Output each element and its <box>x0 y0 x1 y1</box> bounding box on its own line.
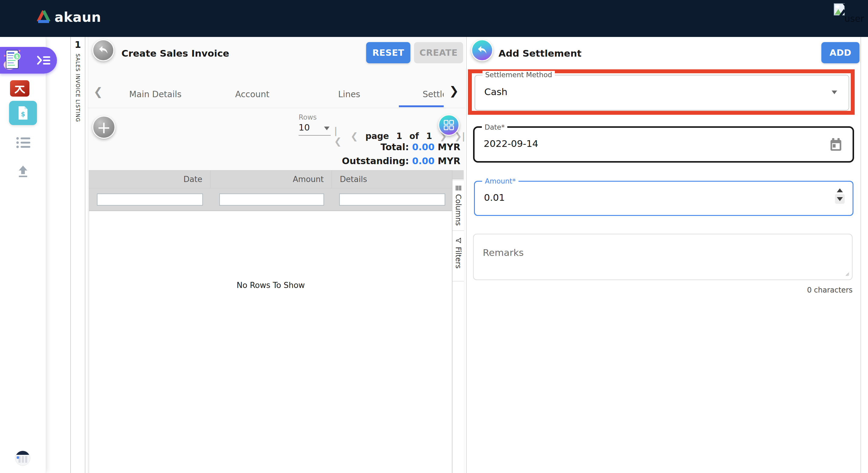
left-sidebar: $ $ <box>0 37 46 473</box>
sidebar-item-upload[interactable] <box>17 165 30 179</box>
amount-input[interactable] <box>484 192 787 203</box>
character-count: 0 characters <box>807 286 852 294</box>
filters-tool-tab[interactable]: Filters <box>453 232 464 281</box>
outstanding-value: 0.00 <box>412 156 435 166</box>
upload-icon <box>17 165 30 178</box>
top-navbar: akaun user <box>0 0 868 37</box>
active-tab-underline <box>399 105 444 107</box>
table-header-row: Date Amount Details <box>89 170 452 188</box>
akaun-logo[interactable]: akaun <box>36 9 101 25</box>
da-character-icon <box>14 83 26 94</box>
first-page-button[interactable]: |❮ <box>334 125 343 147</box>
table-side-bar: Columns Filters <box>452 170 464 473</box>
tab-settlement-label: Settlement <box>423 89 444 99</box>
reset-button[interactable]: RESET <box>366 42 410 63</box>
stepper-down-icon[interactable] <box>837 197 843 201</box>
svg-text:$: $ <box>16 54 19 59</box>
app-root: akaun user <box>0 0 868 473</box>
settlement-method-select[interactable]: Settlement Method Cash <box>474 75 849 111</box>
outstanding-currency: MYR <box>438 156 460 166</box>
total-value: 0.00 <box>412 142 435 152</box>
total-currency: MYR <box>438 142 460 152</box>
calendar-icon[interactable] <box>830 137 842 153</box>
invoice-panel: Create Sales Invoice RESET CREATE ❮ Main… <box>88 37 465 473</box>
add-settlement-row-button[interactable]: + <box>92 116 115 139</box>
open-tabs-strip: 1 SALES INVOICE LISTING <box>70 37 85 473</box>
filter-funnel-icon <box>455 237 462 244</box>
invoice-illustration-icon: $ <box>4 49 21 71</box>
tabs-scroll-left-icon[interactable]: ❮ <box>94 85 103 98</box>
rows-per-page-value: 10 <box>299 122 310 133</box>
akaun-triangle-icon <box>36 9 51 25</box>
column-header-details[interactable]: Details <box>332 170 452 188</box>
tab-sales-invoice-listing[interactable]: SALES INVOICE LISTING <box>75 54 81 122</box>
tab-number: 1 <box>71 39 85 50</box>
number-stepper[interactable] <box>835 188 845 204</box>
tab-main-details[interactable]: Main Details <box>107 81 204 108</box>
of-word: of <box>409 131 419 141</box>
right-edge-divider <box>861 37 861 473</box>
settlement-back-button[interactable] <box>471 39 493 61</box>
rows-per-page-select[interactable]: 10 <box>299 122 331 136</box>
tabs-divider <box>88 108 465 108</box>
sidebar-item-invoice-app[interactable]: $ <box>9 101 37 125</box>
grid-settings-button[interactable] <box>438 115 460 136</box>
expand-menu-icon[interactable] <box>37 55 51 65</box>
tabs-scroll-right-icon[interactable]: ❯ <box>449 84 459 97</box>
tab-settlement[interactable]: Settlement <box>398 81 444 108</box>
sidebar-item-da-app[interactable] <box>10 80 29 97</box>
columns-tool-tab[interactable]: Columns <box>453 180 464 231</box>
sidebar-item-listing[interactable] <box>17 137 31 150</box>
amount-filter-input[interactable] <box>219 193 324 206</box>
remarks-textarea[interactable] <box>474 234 852 280</box>
back-button[interactable] <box>92 39 114 61</box>
thumbnail-accent <box>17 456 19 459</box>
date-filter-input[interactable] <box>97 193 203 206</box>
sidebar-item-sales-invoice-active[interactable]: $ <box>0 47 57 73</box>
settlement-panel: Add Settlement ADD Settlement Method Cas… <box>468 37 861 473</box>
svg-text:$: $ <box>21 111 26 118</box>
current-page: 1 <box>396 131 402 141</box>
details-filter-input[interactable] <box>339 193 445 206</box>
amount-label: Amount* <box>482 177 519 185</box>
window-thumbnail[interactable] <box>15 450 30 466</box>
prev-page-button[interactable]: ❮ <box>350 131 358 141</box>
amount-field: Amount* <box>474 181 854 216</box>
thumbnail-header <box>16 451 30 455</box>
column-header-amount[interactable]: Amount <box>210 170 332 188</box>
grid-icon <box>443 120 454 130</box>
column-header-date[interactable]: Date <box>89 170 210 188</box>
settlement-method-value: Cash <box>484 86 787 97</box>
date-label: Date* <box>482 123 507 131</box>
user-avatar-alt-text[interactable]: user <box>844 13 864 24</box>
rows-label: Rows <box>299 113 317 121</box>
columns-tab-label: Columns <box>454 194 462 226</box>
outstanding-amount: Outstanding: 0.00 MYR <box>342 156 460 166</box>
columns-icon <box>455 185 461 191</box>
tab-bar: Main Details Account Lines Settlement <box>107 81 444 108</box>
stepper-up-icon[interactable] <box>837 188 843 192</box>
date-input[interactable] <box>484 138 786 149</box>
side-bar-spacer <box>453 170 464 179</box>
thumbnail-rows <box>16 455 30 463</box>
total-label: Total: <box>380 142 409 152</box>
settlement-method-label: Settlement Method <box>483 71 555 79</box>
filters-tab-label: Filters <box>454 247 462 269</box>
resize-handle-icon[interactable] <box>845 272 849 278</box>
remarks-field <box>473 234 852 280</box>
add-button[interactable]: ADD <box>822 42 860 63</box>
create-button[interactable]: CREATE <box>414 42 463 63</box>
panel-divider <box>466 37 467 473</box>
tab-account[interactable]: Account <box>204 81 301 108</box>
total-amount: Total: 0.00 MYR <box>380 142 460 152</box>
settlement-panel-title: Add Settlement <box>498 48 582 59</box>
invoice-doc-icon: $ <box>17 106 29 120</box>
outstanding-label: Outstanding: <box>342 156 409 166</box>
tab-lines[interactable]: Lines <box>301 81 398 108</box>
chevron-down-icon <box>832 91 837 94</box>
back-arrow-icon <box>98 46 108 55</box>
page-word: page <box>365 131 389 141</box>
page-title: Create Sales Invoice <box>121 48 229 59</box>
chevron-down-icon <box>324 127 330 130</box>
date-field: Date* <box>473 126 854 163</box>
